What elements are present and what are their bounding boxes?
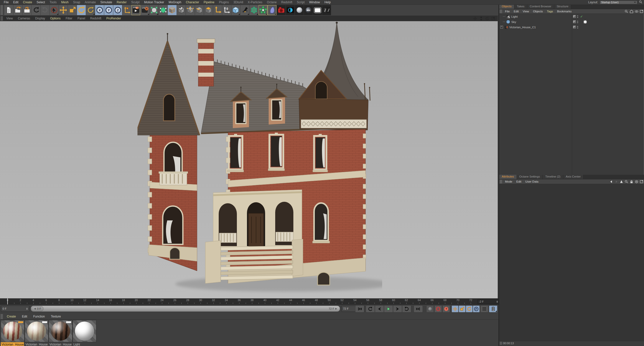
viewport-menu-grip[interactable] <box>1 16 3 21</box>
tab-takes[interactable]: Takes <box>514 5 527 9</box>
timeline-ruler[interactable]: 0246810121416182022242628303234363840424… <box>0 298 498 305</box>
material-menu-function[interactable]: Function <box>30 315 48 318</box>
viewport-menu-filter[interactable]: Filter <box>63 16 75 20</box>
octane-camera-icon[interactable] <box>277 5 286 15</box>
polygon-mode-icon[interactable] <box>204 5 213 15</box>
key-pla-icon[interactable] <box>480 305 488 312</box>
menu-script[interactable]: Script <box>295 0 307 4</box>
select-tool-icon[interactable] <box>50 5 59 15</box>
menu-edit[interactable]: Edit <box>11 0 21 4</box>
visibility-dots[interactable] <box>577 15 578 18</box>
enabled-check-icon[interactable]: ✓ <box>580 15 583 18</box>
scale-tool-icon[interactable] <box>68 5 77 15</box>
menu-render[interactable]: Render <box>115 0 129 4</box>
mograph-cloner-icon[interactable] <box>259 5 268 15</box>
save-file-icon[interactable] <box>22 5 32 15</box>
up-level-icon[interactable] <box>619 180 624 184</box>
objects-menu-edit[interactable]: Edit <box>512 10 521 13</box>
timeline-slider-handle[interactable]: 0 F <box>32 306 43 311</box>
attributes-menu-edit[interactable]: Edit <box>514 180 523 183</box>
tree-row-victorian-house-c1[interactable]: +0Victorian_House_C1 <box>499 24 644 30</box>
objects-menu-bookmarks[interactable]: Bookmarks <box>555 10 574 13</box>
material-label[interactable]: Victorian_House_ <box>1 342 24 346</box>
material-light[interactable]: Light <box>73 320 96 346</box>
menu-3dtoall[interactable]: 3DtoAll <box>231 0 245 4</box>
menu-create[interactable]: Create <box>21 0 34 4</box>
history-back-icon[interactable] <box>609 180 613 184</box>
material-thumbnail[interactable] <box>25 320 48 342</box>
prev-frame-button[interactable] <box>375 305 384 312</box>
layout-search-icon[interactable] <box>639 0 642 5</box>
timeline-mode-icon[interactable] <box>489 305 497 312</box>
tab-axis-center[interactable]: Axis Center <box>563 175 583 179</box>
material-menu-texture[interactable]: Texture <box>48 315 64 318</box>
tab-objects[interactable]: Objects <box>499 5 514 9</box>
viewport-menu-redshift[interactable]: Redshift <box>88 16 104 20</box>
texture-pair-icon[interactable] <box>322 5 331 15</box>
deformer-icon[interactable] <box>249 5 259 15</box>
material-label[interactable]: Victorian_House_ <box>49 342 72 346</box>
rotate-tool-icon[interactable] <box>77 5 86 15</box>
lock-x-icon[interactable]: X <box>95 5 104 15</box>
next-key-button[interactable] <box>402 305 411 312</box>
menu-animate[interactable]: Animate <box>82 0 98 4</box>
menu-pipeline[interactable]: Pipeline <box>201 0 217 4</box>
tab-octane-settings[interactable]: Octane Settings <box>517 175 543 179</box>
objects-menu-objects[interactable]: Objects <box>531 10 545 13</box>
material-victorian-house[interactable]: Victorian_House_ <box>49 320 72 346</box>
target-icon[interactable] <box>634 180 639 184</box>
search-icon[interactable] <box>624 180 629 184</box>
light-material-icon[interactable] <box>313 5 322 15</box>
material-thumbnail[interactable] <box>49 320 72 342</box>
lock-z-icon[interactable]: Z <box>113 5 122 15</box>
subdivision-surface-icon[interactable] <box>150 5 159 15</box>
add-panel-icon[interactable] <box>639 9 644 13</box>
layer-color-toggle[interactable] <box>573 25 576 29</box>
make-editable-icon[interactable] <box>159 5 168 15</box>
material-victorian-house[interactable]: Victorian_House_ <box>25 320 48 346</box>
field-icon[interactable] <box>268 5 277 15</box>
timeline-slider[interactable]: 0 F 72 F <box>31 306 340 312</box>
record-keyframe-icon[interactable] <box>434 305 442 312</box>
spline-pen-icon[interactable] <box>240 5 249 15</box>
workplane-mode-icon[interactable]: 0 <box>222 5 231 15</box>
light-material-tag[interactable] <box>583 19 587 24</box>
layer-color-toggle[interactable] <box>573 20 576 23</box>
menu-mesh[interactable]: Mesh <box>59 0 71 4</box>
attributes-menu-mode[interactable]: Mode <box>503 180 514 183</box>
redo-icon[interactable] <box>41 5 50 15</box>
material-label[interactable]: Victorian_House_ <box>25 342 48 346</box>
key-rotation-icon[interactable] <box>466 305 473 312</box>
objects-menu-grip[interactable] <box>500 10 502 13</box>
material-thumbnail[interactable] <box>1 320 24 342</box>
viewport-menu-options[interactable]: Options <box>48 16 63 20</box>
model-mode-icon[interactable] <box>168 5 177 15</box>
keyframe-help-icon[interactable]: ? <box>442 305 450 312</box>
render-settings-icon[interactable] <box>141 5 150 15</box>
menu-character[interactable]: Character <box>184 0 202 4</box>
viewport-menu-panel[interactable]: Panel <box>75 16 88 20</box>
last-tool-icon[interactable] <box>86 5 95 15</box>
current-frame-marker[interactable] <box>7 298 8 304</box>
menu-select[interactable]: Select <box>34 0 47 4</box>
tab-content-browser[interactable]: Content Browser <box>527 5 554 9</box>
key-scale-icon[interactable] <box>459 305 466 312</box>
tab-structure[interactable]: Structure <box>554 5 571 9</box>
menu-plugins[interactable]: Plugins <box>217 0 231 4</box>
objects-menu-view[interactable]: View <box>521 10 531 13</box>
viewport-menu-view[interactable]: View <box>4 16 15 20</box>
material-menu-edit[interactable]: Edit <box>19 315 30 318</box>
frame-offset-field[interactable]: -2 F <box>478 299 499 304</box>
axis-mode-icon[interactable] <box>213 5 222 15</box>
material-victorian-house[interactable]: Victorian_House_ <box>1 320 24 346</box>
visibility-dots[interactable] <box>577 26 578 28</box>
mix-material-icon[interactable]: MIX <box>304 5 313 15</box>
menu-window[interactable]: Window <box>307 0 322 4</box>
search-icon[interactable] <box>624 9 629 13</box>
expand-icon[interactable]: + <box>500 26 503 28</box>
stepper-icon[interactable] <box>26 308 28 310</box>
next-frame-button[interactable] <box>393 305 402 312</box>
layer-color-toggle[interactable] <box>573 15 576 18</box>
current-frame-field[interactable]: 0 F <box>1 306 29 312</box>
layout-select[interactable]: Startup (User) <box>600 1 637 4</box>
